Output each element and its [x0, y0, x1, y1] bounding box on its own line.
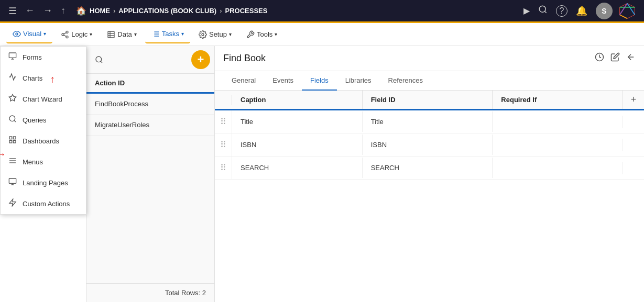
search-nav-icon[interactable]	[538, 5, 548, 17]
list-item[interactable]: FindBookProcess	[86, 94, 214, 115]
tab-references[interactable]: References	[380, 71, 431, 91]
play-icon[interactable]: ▶	[523, 6, 530, 16]
th-add-button[interactable]: +	[623, 94, 644, 105]
svg-point-27	[9, 116, 15, 121]
nav-data[interactable]: Data ▾	[101, 26, 143, 43]
forms-label: Forms	[23, 53, 42, 61]
svg-line-28	[14, 120, 16, 122]
tasks-icon	[151, 30, 160, 38]
history-icon[interactable]	[595, 52, 604, 64]
svg-point-23	[202, 33, 204, 36]
page-title: Find Book	[223, 53, 595, 64]
add-button[interactable]: +	[191, 50, 210, 69]
red-arrow-2: →	[0, 148, 6, 160]
chart-wizard-label: Chart Wizard	[23, 95, 62, 103]
nav-logic[interactable]: Logic ▾	[54, 26, 99, 43]
td-required-if	[493, 139, 623, 151]
svg-marker-39	[9, 199, 16, 206]
visual-dropdown: Forms Charts Chart Wizard	[0, 46, 86, 215]
td-field-id: ISBN	[363, 135, 493, 155]
svg-line-5	[620, 15, 627, 18]
back-icon[interactable]: ←	[23, 3, 37, 18]
bell-icon[interactable]: 🔔	[576, 5, 587, 17]
top-nav: ☰ ← → ↑ 🏠 HOME › APPLICATIONS (BOOK CLUB…	[0, 0, 644, 23]
td-required-if	[493, 116, 623, 128]
dropdown-item-charts[interactable]: Charts	[1, 68, 86, 88]
tab-fields[interactable]: Fields	[302, 71, 337, 91]
drag-handle[interactable]: ⠿	[215, 156, 232, 179]
hamburger-icon[interactable]: ☰	[6, 3, 19, 19]
td-required-if	[493, 162, 623, 174]
five-logo	[617, 3, 638, 19]
svg-rect-29	[9, 137, 12, 139]
avatar[interactable]: S	[596, 3, 613, 19]
drag-handle[interactable]: ⠿	[215, 110, 232, 133]
landing-pages-label: Landing Pages	[23, 179, 68, 187]
up-icon[interactable]: ↑	[59, 3, 68, 18]
menus-label: Menus	[23, 158, 43, 166]
list-item[interactable]: MigrateUserRoles	[86, 115, 214, 136]
help-icon[interactable]: ?	[556, 5, 567, 17]
nav-tasks[interactable]: Tasks ▾	[145, 26, 190, 43]
dropdown-item-queries[interactable]: Queries	[1, 109, 86, 130]
svg-point-7	[16, 33, 18, 35]
right-panel-header: Find Book	[215, 46, 644, 71]
search-button[interactable]	[91, 51, 107, 68]
nav-logic-label: Logic	[71, 30, 88, 38]
setup-chevron: ▾	[229, 31, 232, 37]
dashboards-icon	[8, 136, 17, 146]
nav-tasks-label: Tasks	[162, 30, 179, 38]
data-chevron: ▾	[134, 31, 137, 37]
drag-handle[interactable]: ⠿	[215, 133, 232, 156]
tab-events[interactable]: Events	[264, 71, 302, 91]
svg-rect-32	[9, 140, 12, 143]
tasks-chevron: ▾	[181, 31, 184, 37]
nav-actions: ▶ ? 🔔 S	[523, 3, 613, 19]
nav-setup[interactable]: Setup ▾	[192, 26, 238, 43]
dropdown-item-landing-pages[interactable]: Landing Pages	[1, 172, 86, 193]
table-row[interactable]: ⠿ ISBN ISBN	[215, 133, 644, 156]
nav-tools[interactable]: Tools ▾	[240, 26, 283, 43]
dropdown-item-forms[interactable]: Forms	[1, 47, 86, 68]
svg-point-40	[96, 57, 102, 62]
logic-icon	[61, 30, 69, 39]
dropdown-item-custom-actions[interactable]: Custom Actions	[1, 193, 86, 214]
landing-pages-icon	[8, 177, 17, 188]
left-panel: + Action ID FindBookProcess MigrateUserR…	[86, 46, 215, 302]
menus-icon	[8, 156, 17, 167]
dropdown-item-dashboards[interactable]: Dashboards	[1, 130, 86, 151]
tabs: General Events Fields Libraries Referenc…	[215, 71, 644, 91]
tab-libraries[interactable]: Libraries	[337, 71, 380, 91]
left-panel-header: +	[86, 46, 214, 74]
dropdown-item-chart-wizard[interactable]: Chart Wizard	[1, 88, 86, 109]
table-row[interactable]: ⠿ Title Title	[215, 110, 644, 133]
nav-visual[interactable]: Visual ▾	[6, 26, 52, 43]
red-arrow-1: ↑	[50, 73, 55, 85]
home-label[interactable]: HOME	[90, 7, 110, 15]
back-arrow-icon[interactable]	[626, 52, 636, 64]
td-caption: SEARCH	[232, 158, 363, 178]
app-label[interactable]: APPLICATIONS (BOOK CLUB)	[118, 7, 216, 15]
dropdown-item-menus[interactable]: Menus	[1, 151, 86, 172]
svg-point-9	[62, 33, 64, 36]
data-table: Caption Field ID Required If + ⠿ Title T…	[215, 91, 644, 302]
header-actions	[595, 52, 636, 64]
custom-actions-label: Custom Actions	[23, 200, 70, 208]
custom-actions-icon	[8, 198, 17, 209]
forward-icon[interactable]: →	[41, 3, 54, 18]
td-caption: ISBN	[232, 135, 363, 155]
svg-rect-36	[9, 178, 16, 183]
charts-label: Charts	[23, 74, 42, 82]
th-required-if: Required If	[493, 91, 623, 109]
svg-point-0	[539, 6, 545, 12]
table-row[interactable]: ⠿ SEARCH SEARCH	[215, 156, 644, 180]
edit-icon[interactable]	[610, 52, 620, 64]
process-label[interactable]: PROCESSES	[225, 7, 268, 15]
tab-general[interactable]: General	[223, 71, 264, 91]
tools-icon	[246, 30, 255, 39]
svg-line-11	[64, 35, 67, 37]
logic-chevron: ▾	[90, 31, 92, 37]
setup-icon	[199, 30, 207, 39]
home-icon[interactable]: 🏠	[76, 6, 86, 16]
nav-visual-label: Visual	[23, 30, 41, 38]
